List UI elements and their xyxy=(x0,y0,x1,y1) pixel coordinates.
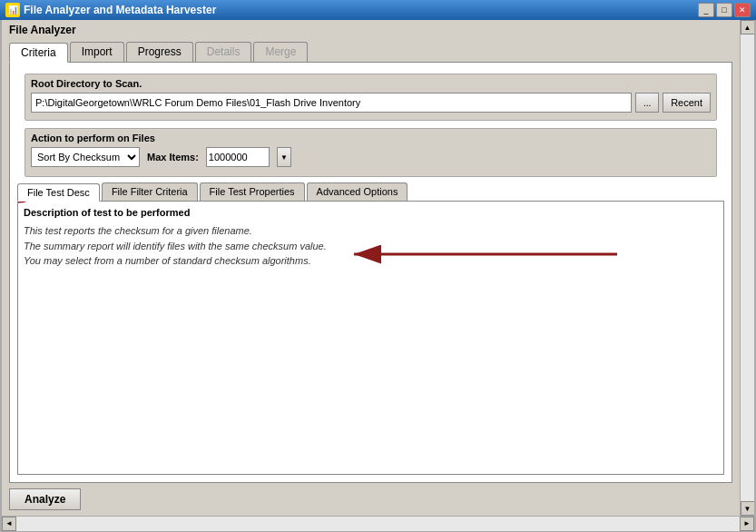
section-header: File Analyzer xyxy=(2,20,740,38)
app-icon: 📊 xyxy=(5,3,20,17)
right-scrollbar: ▲ ▼ xyxy=(740,20,754,516)
scroll-up-button[interactable]: ▲ xyxy=(741,20,755,34)
scroll-down-button[interactable]: ▼ xyxy=(741,501,755,516)
inner-tab-file-filter-criteria[interactable]: File Filter Criteria xyxy=(102,182,198,201)
sort-select[interactable]: Sort By Checksum Sort By Name Sort By Da… xyxy=(31,147,140,167)
maximize-button[interactable]: □ xyxy=(716,3,732,17)
action-group: Action to perform on Files Sort By Check… xyxy=(25,128,717,177)
inner-tab-content: Description of test to be performed This… xyxy=(17,201,724,475)
max-items-label: Max Items: xyxy=(147,152,199,163)
desc-line-2: The summary report will identify files w… xyxy=(24,239,718,254)
recent-button[interactable]: Recent xyxy=(663,93,711,113)
tab-criteria[interactable]: Criteria xyxy=(9,43,68,63)
root-dir-label: Root Directory to Scan. xyxy=(31,78,711,89)
bottom-scrollbar: ◄ ► xyxy=(2,516,754,530)
desc-line-1: This test reports the checksum for a giv… xyxy=(24,223,718,239)
file-test-desc-title: Description of test to be performed xyxy=(24,207,718,218)
max-items-spinner[interactable]: ▼ xyxy=(277,147,291,167)
action-row: Sort By Checksum Sort By Name Sort By Da… xyxy=(31,147,711,167)
bottom-bar: Analyze xyxy=(2,483,740,516)
scroll-h-track[interactable] xyxy=(16,517,740,531)
minimize-button[interactable]: _ xyxy=(698,3,714,17)
close-button[interactable]: ✕ xyxy=(734,3,751,17)
window-title: File Analyzer and Metadata Harvester xyxy=(24,4,698,16)
tab-merge: Merge xyxy=(253,42,308,62)
inner-tab-file-test-desc[interactable]: File Test Desc xyxy=(17,183,100,202)
path-input[interactable] xyxy=(31,93,632,113)
inner-tab-bar: File Test Desc File Filter Criteria File… xyxy=(17,182,724,201)
criteria-tab-content: Root Directory to Scan. ... Recent Actio… xyxy=(9,62,732,483)
path-row: ... Recent xyxy=(31,93,711,113)
inner-tab-file-test-properties[interactable]: File Test Properties xyxy=(200,182,305,201)
browse-button[interactable]: ... xyxy=(635,93,659,113)
tab-import[interactable]: Import xyxy=(70,42,124,62)
window-controls: _ □ ✕ xyxy=(698,3,751,17)
tab-progress[interactable]: Progress xyxy=(126,42,193,62)
scroll-track[interactable] xyxy=(741,34,755,501)
max-items-input[interactable] xyxy=(206,147,270,167)
scroll-left-button[interactable]: ◄ xyxy=(2,517,16,531)
inner-tab-advanced-options[interactable]: Advanced Options xyxy=(307,182,408,201)
tab-details: Details xyxy=(195,42,252,62)
analyze-button[interactable]: Analyze xyxy=(9,488,81,510)
scroll-right-button[interactable]: ► xyxy=(740,517,754,531)
main-tab-bar: Criteria Import Progress Details Merge xyxy=(2,38,740,62)
action-label: Action to perform on Files xyxy=(31,133,711,143)
root-directory-group: Root Directory to Scan. ... Recent xyxy=(25,74,717,121)
titlebar: 📊 File Analyzer and Metadata Harvester _… xyxy=(0,0,756,20)
desc-line-3: You may select from a number of standard… xyxy=(24,253,718,269)
description-text: This test reports the checksum for a giv… xyxy=(24,223,718,269)
main-window: File Analyzer Criteria Import Progress D… xyxy=(0,20,756,532)
